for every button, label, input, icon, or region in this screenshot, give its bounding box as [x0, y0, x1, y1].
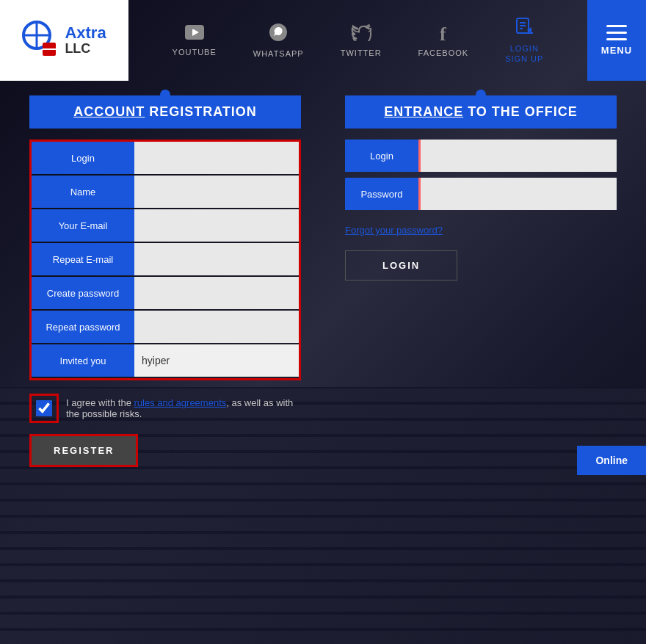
entrance-password-row: Password — [345, 178, 617, 210]
login-button[interactable]: LOGIN — [346, 251, 457, 280]
logo-text: Axtra LLC — [65, 24, 106, 57]
svg-rect-8 — [196, 26, 198, 29]
account-highlight: ACCOUNT — [73, 104, 145, 119]
logo-icon — [22, 21, 59, 61]
brand-name: Axtra — [65, 24, 106, 42]
repeat-email-field-input[interactable] — [134, 243, 299, 275]
login-field-label: Login — [32, 142, 134, 174]
form-row-name: Name — [32, 176, 299, 208]
hamburger-line-2 — [606, 32, 627, 34]
twitter-label: TWITTER — [341, 48, 382, 57]
agreement-text: I agree with the rules and agreements, a… — [66, 397, 301, 419]
entrance-login-label: Login — [345, 140, 418, 172]
registration-title: ACCOUNT REGISTRATION — [29, 95, 301, 129]
entrance-title: ENTRANCE TO THE OFFICE — [345, 95, 617, 129]
name-field-label: Name — [32, 176, 134, 208]
nav: YOUTUBE WHATSAPP TWITTER f — [128, 17, 587, 65]
invited-you-field-input[interactable] — [134, 344, 299, 377]
login-icon — [514, 17, 534, 40]
register-btn-wrapper: REGISTER — [29, 434, 138, 467]
menu-label: MENU — [601, 45, 632, 56]
logo-box[interactable]: Axtra LLC — [0, 0, 128, 81]
login-label: LOGIN — [510, 43, 539, 54]
whatsapp-label: WHATSAPP — [253, 49, 304, 58]
nav-login[interactable]: LOGIN SIGN UP — [505, 17, 543, 65]
create-password-field-input[interactable] — [134, 277, 299, 309]
svg-rect-7 — [191, 26, 193, 29]
repeat-password-field-input[interactable] — [134, 311, 299, 343]
youtube-icon — [184, 24, 205, 45]
registration-title-text: ACCOUNT REGISTRATION — [73, 104, 257, 119]
registration-fields: Login Name Your E-mail Repeat E-mail Cre… — [29, 140, 301, 380]
menu-button[interactable]: MENU — [587, 0, 646, 81]
entrance-panel: ENTRANCE TO THE OFFICE Login Password Fo… — [345, 95, 617, 467]
create-password-field-label: Create password — [32, 277, 134, 309]
agreement-checkbox[interactable] — [36, 400, 52, 416]
email-field-input[interactable] — [134, 209, 299, 242]
form-row-repeat-password: Repeat password — [32, 311, 299, 343]
facebook-icon: f — [440, 23, 447, 46]
nav-whatsapp[interactable]: WHATSAPP — [253, 23, 304, 58]
entrance-login-input[interactable] — [418, 140, 617, 172]
signup-label: SIGN UP — [505, 54, 543, 64]
twitter-icon — [351, 23, 371, 46]
entrance-password-label: Password — [345, 178, 418, 210]
email-field-label: Your E-mail — [32, 209, 134, 242]
entrance-password-input[interactable] — [418, 178, 617, 210]
form-row-login: Login — [32, 142, 299, 174]
facebook-label: FACEBOOK — [418, 48, 469, 57]
main-content: ACCOUNT REGISTRATION Login Name Your E-m… — [0, 81, 646, 482]
form-row-repeat-email: Repeat E-mail — [32, 243, 299, 275]
repeat-email-field-label: Repeat E-mail — [32, 243, 134, 275]
agreement-row: I agree with the rules and agreements, a… — [29, 394, 301, 423]
form-row-invited-you: Invited you — [32, 344, 299, 377]
login-signup-text: LOGIN SIGN UP — [505, 43, 543, 65]
logo-inner: Axtra LLC — [22, 21, 106, 61]
nav-facebook[interactable]: f FACEBOOK — [418, 23, 469, 57]
repeat-password-field-label: Repeat password — [32, 311, 134, 343]
entrance-title-dot — [476, 90, 486, 100]
hamburger-line-1 — [606, 25, 627, 27]
youtube-label: YOUTUBE — [173, 48, 217, 57]
whatsapp-icon — [269, 23, 288, 46]
nav-twitter[interactable]: TWITTER — [341, 23, 382, 57]
entrance-highlight: ENTRANCE — [384, 104, 463, 119]
entrance-login-row: Login — [345, 140, 617, 172]
nav-youtube[interactable]: YOUTUBE — [173, 24, 217, 57]
invited-you-field-label: Invited you — [32, 344, 134, 377]
registration-panel: ACCOUNT REGISTRATION Login Name Your E-m… — [29, 95, 301, 467]
title-dot — [160, 90, 170, 100]
hamburger-line-3 — [606, 38, 627, 40]
forgot-password-link[interactable]: Forgot your password? — [345, 225, 617, 236]
login-fields: Login Password — [345, 140, 617, 210]
agreement-link[interactable]: rules and agreements — [134, 397, 227, 408]
brand-sub: LLC — [65, 42, 106, 57]
login-btn-wrapper: LOGIN — [345, 250, 457, 281]
name-field-input[interactable] — [134, 176, 299, 208]
entrance-title-text: ENTRANCE TO THE OFFICE — [384, 104, 578, 119]
online-status-badge: Online — [577, 446, 646, 475]
register-button[interactable]: REGISTER — [32, 436, 136, 465]
form-row-email: Your E-mail — [32, 209, 299, 242]
checkbox-wrapper — [29, 394, 59, 423]
login-field-input[interactable] — [134, 142, 299, 174]
form-row-create-password: Create password — [32, 277, 299, 309]
header: Axtra LLC YOUTUBE — [0, 0, 646, 81]
